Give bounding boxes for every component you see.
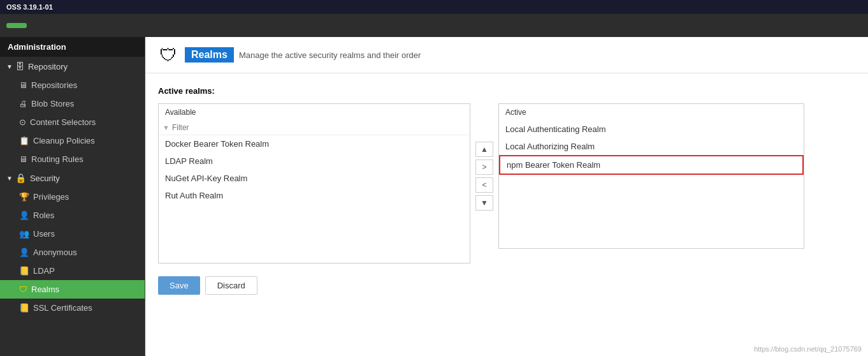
move-up-button[interactable]: ▲: [475, 142, 493, 157]
list-item[interactable]: Rut Auth Realm: [159, 187, 470, 204]
sidebar-item-ldap[interactable]: 📒 LDAP: [0, 262, 145, 280]
sidebar-item-label: Users: [33, 229, 55, 239]
arrow-icon: ▼: [6, 175, 13, 182]
repository-icon: 🗄: [15, 61, 24, 71]
sidebar-item-label: Content Selectors: [30, 117, 96, 127]
sidebar-item-ssl-certificates[interactable]: 📒 SSL Certificates: [0, 299, 145, 317]
sidebar-item-label: Repositories: [31, 80, 77, 90]
sidebar-item-privileges[interactable]: 🏆 Privileges: [0, 188, 145, 206]
available-list: Docker Bearer Token Realm LDAP Realm NuG…: [159, 135, 470, 263]
available-panel: Available ▼ Docker Bearer Token Realm LD…: [158, 103, 470, 263]
filter-icon: ▼: [163, 124, 170, 131]
cleanup-policies-icon: 📋: [19, 136, 29, 145]
filter-wrapper: ▼: [159, 121, 470, 135]
section-title: Active realms:: [158, 86, 855, 96]
sidebar-group-label-text: Security: [30, 174, 60, 183]
sidebar-item-label: Realms: [31, 285, 59, 294]
list-item-selected[interactable]: npm Bearer Token Realm: [499, 155, 804, 175]
discard-button[interactable]: Discard: [205, 276, 257, 295]
realms-layout: Available ▼ Docker Bearer Token Realm LD…: [158, 103, 855, 263]
active-list: Local Authenticating Realm Local Authori…: [499, 121, 804, 248]
available-header: Available: [159, 104, 470, 121]
sidebar-item-label: Blob Stores: [31, 99, 74, 108]
anonymous-icon: 👤: [19, 248, 29, 257]
active-header: Active: [499, 104, 804, 121]
list-item[interactable]: Local Authorizing Realm: [499, 138, 804, 155]
nav-item[interactable]: [6, 23, 27, 28]
sidebar-item-label: Cleanup Policies: [33, 136, 95, 145]
main-content: 🛡 Realms Manage the active security real…: [145, 37, 868, 356]
content-selectors-icon: ⊙: [19, 117, 26, 127]
save-button[interactable]: Save: [158, 276, 200, 295]
sidebar-group-label-text: Repository: [28, 62, 68, 71]
sidebar-group-security[interactable]: ▼ 🔒 Security: [0, 168, 145, 188]
sidebar-item-repositories[interactable]: 🖥 Repositories: [0, 76, 145, 94]
sidebar-item-users[interactable]: 👥 Users: [0, 225, 145, 243]
security-icon: 🔒: [15, 173, 26, 183]
ssl-icon: 📒: [19, 303, 29, 313]
sidebar-item-blob-stores[interactable]: 🖨 Blob Stores: [0, 94, 145, 113]
main-layout: Administration ▼ 🗄 Repository 🖥 Reposito…: [0, 37, 868, 356]
app-logo: OSS 3.19.1-01: [6, 3, 53, 11]
sidebar-item-label: Routing Rules: [31, 154, 83, 164]
ldap-icon: 📒: [19, 266, 29, 276]
move-down-button[interactable]: ▼: [475, 195, 493, 211]
content-area: Active realms: Available ▼ Docker Bearer…: [145, 73, 868, 308]
list-item[interactable]: LDAP Realm: [159, 152, 470, 170]
users-icon: 👥: [19, 229, 29, 239]
transfer-buttons: ▲ > < ▼: [470, 142, 498, 211]
list-item[interactable]: NuGet API-Key Realm: [159, 170, 470, 187]
sidebar-item-realms[interactable]: 🛡 Realms: [0, 280, 145, 299]
move-right-button[interactable]: >: [475, 159, 493, 175]
page-header: 🛡 Realms Manage the active security real…: [145, 37, 868, 73]
filter-input[interactable]: [172, 123, 466, 132]
page-title: Realms: [185, 47, 234, 63]
repositories-icon: 🖥: [19, 80, 27, 90]
active-panel: Active Local Authenticating Realm Local …: [498, 103, 804, 249]
sidebar-item-label: LDAP: [33, 266, 55, 276]
sidebar-section-repository: ▼ 🗄 Repository 🖥 Repositories 🖨 Blob Sto…: [0, 57, 145, 168]
sidebar: Administration ▼ 🗄 Repository 🖥 Reposito…: [0, 37, 145, 356]
sidebar-item-label: Anonymous: [33, 248, 77, 257]
arrow-icon: ▼: [6, 63, 13, 70]
sidebar-section-security: ▼ 🔒 Security 🏆 Privileges 👤 Roles 👥 User…: [0, 168, 145, 317]
list-item[interactable]: Docker Bearer Token Realm: [159, 135, 470, 152]
routing-rules-icon: 🖥: [19, 154, 27, 164]
sidebar-item-label: Privileges: [33, 192, 69, 202]
watermark: https://blog.csdn.net/qq_21075769: [754, 345, 862, 353]
list-item[interactable]: Local Authenticating Realm: [499, 121, 804, 138]
privileges-icon: 🏆: [19, 192, 29, 202]
realms-icon: 🛡: [19, 285, 27, 294]
action-buttons: Save Discard: [158, 276, 855, 295]
sidebar-item-roles[interactable]: 👤 Roles: [0, 206, 145, 225]
sidebar-item-routing-rules[interactable]: 🖥 Routing Rules: [0, 150, 145, 168]
sidebar-item-anonymous[interactable]: 👤 Anonymous: [0, 243, 145, 262]
sidebar-item-cleanup-policies[interactable]: 📋 Cleanup Policies: [0, 131, 145, 150]
move-left-button[interactable]: <: [475, 177, 493, 193]
top-nav: [0, 14, 868, 37]
sidebar-item-label: Roles: [33, 211, 54, 220]
sidebar-item-content-selectors[interactable]: ⊙ Content Selectors: [0, 113, 145, 131]
top-bar: OSS 3.19.1-01: [0, 0, 868, 14]
sidebar-item-label: SSL Certificates: [33, 303, 92, 313]
page-shield-icon: 🛡: [158, 45, 178, 65]
roles-icon: 👤: [19, 211, 29, 220]
page-subtitle: Manage the active security realms and th…: [239, 50, 421, 60]
sidebar-group-repository[interactable]: ▼ 🗄 Repository: [0, 57, 145, 76]
sidebar-header: Administration: [0, 37, 145, 57]
blob-stores-icon: 🖨: [19, 99, 27, 108]
